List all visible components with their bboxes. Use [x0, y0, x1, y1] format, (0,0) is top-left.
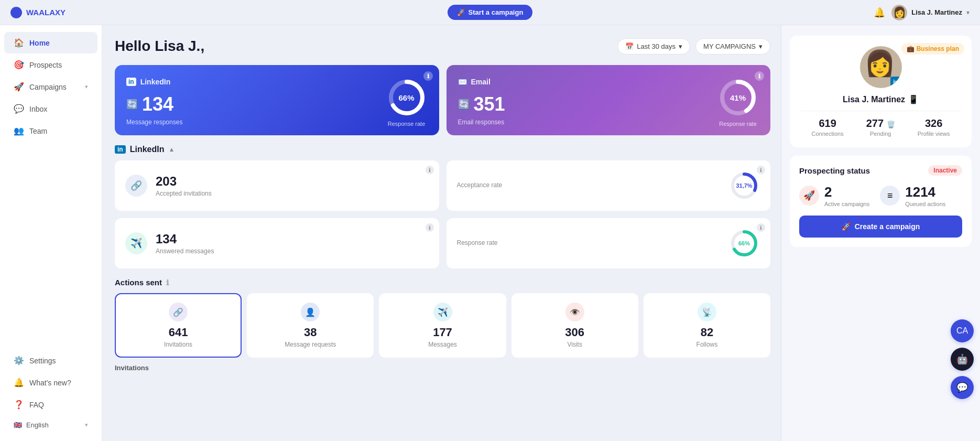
sidebar-label-inbox: Inbox [29, 105, 47, 113]
follows-number: 82 [652, 326, 762, 339]
sidebar-item-prospects[interactable]: 🎯 Prospects [4, 54, 97, 76]
email-donut-sub: Response rate [717, 121, 759, 127]
profile-name: Lisa J. Martinez 📱 [800, 94, 961, 104]
trash-icon: 🗑️ [887, 121, 895, 128]
email-donut-label: 41% [730, 93, 746, 102]
message-requests-action-card[interactable]: 👤 38 Message requests [247, 293, 374, 358]
actions-title: Actions sent [115, 278, 162, 287]
answered-msg-number: 134 [156, 232, 214, 246]
visits-label: Visits [520, 341, 630, 348]
active-campaigns-number: 2 [824, 184, 869, 200]
sidebar-item-whats-new[interactable]: 🔔 What's new? [4, 372, 97, 393]
float-chat-btn[interactable]: 💬 [951, 376, 974, 399]
linkedin-donut: 66% [386, 77, 428, 119]
profile-views-label: Profile views [918, 131, 950, 137]
chevron-down-icon: ▾ [679, 42, 682, 50]
linkedin-section-icon: in [115, 145, 126, 154]
layout: 🏠 Home 🎯 Prospects 🚀 Campaigns ▾ 💬 Inbox… [0, 25, 980, 441]
follows-action-card[interactable]: 📡 82 Follows [644, 293, 770, 358]
start-campaign-button[interactable]: 🚀 Start a campaign [448, 5, 533, 20]
app-logo[interactable]: WAALAXY [10, 7, 66, 18]
sidebar-label-campaigns: Campaigns [29, 83, 67, 91]
sidebar-nav-items: 🏠 Home 🎯 Prospects 🚀 Campaigns ▾ 💬 Inbox… [0, 31, 102, 142]
float-btn-1[interactable]: CA [951, 319, 974, 342]
sidebar-label-home: Home [29, 39, 50, 47]
connections-number: 619 [812, 117, 844, 130]
response-rate-card: ℹ Response rate 66% [447, 218, 771, 268]
whats-new-icon: 🔔 [14, 378, 24, 388]
profile-views-number: 326 [918, 117, 950, 130]
email-card-left: ✉️ Email 🔄 351 Email responses [458, 78, 505, 126]
sidebar-item-faq[interactable]: ❓ FAQ [4, 394, 97, 415]
queued-actions-stat: ≡ 1214 Queued actions [880, 184, 945, 207]
linkedin-stat-number: 🔄 134 [126, 93, 182, 115]
sidebar: 🏠 Home 🎯 Prospects 🚀 Campaigns ▾ 💬 Inbox… [0, 25, 102, 441]
sidebar-item-home[interactable]: 🏠 Home [4, 32, 97, 53]
actions-header: Actions sent ℹ [115, 278, 770, 287]
chevron-up-icon[interactable]: ▲ [168, 146, 175, 153]
header-filters: 📅 Last 30 days ▾ MY CAMPAIGNS ▾ [617, 38, 770, 55]
profile-avatar: in [860, 46, 902, 88]
sidebar-item-settings[interactable]: ⚙️ Settings [4, 350, 97, 371]
sidebar-item-campaigns[interactable]: 🚀 Campaigns ▾ [4, 76, 97, 98]
username: Lisa J. Martinez [911, 8, 962, 16]
sidebar-label-team: Team [29, 127, 47, 135]
link-icon: 🔗 [125, 175, 147, 197]
linkedin-badge: in [890, 77, 902, 88]
messages-action-card[interactable]: ✈️ 177 Messages [379, 293, 506, 358]
eye-icon: 👁️ [565, 303, 584, 321]
pending-label: Pending [866, 131, 895, 137]
notification-icon[interactable]: 🔔 [874, 7, 885, 18]
profile-stats: 619 Connections 277 🗑️ Pending 326 Profi… [800, 111, 961, 137]
faq-icon: ❓ [14, 400, 24, 410]
visits-action-card[interactable]: 👁️ 306 Visits [511, 293, 638, 358]
business-plan-badge[interactable]: 💼 Business plan [901, 43, 964, 55]
accepted-inv-label: Accepted invitations [156, 190, 212, 197]
logo-text: WAALAXY [26, 8, 66, 17]
phone-icon: 📱 [908, 94, 919, 104]
queued-actions-data: 1214 Queued actions [905, 184, 945, 207]
linkedin-donut-label: 66% [398, 93, 414, 102]
invitations-action-card[interactable]: 🔗 641 Invitations [115, 293, 242, 358]
prospecting-title: Prospecting status [799, 166, 870, 175]
email-donut: 41% [717, 77, 759, 119]
language-selector[interactable]: 🇬🇧 English ▾ [4, 416, 97, 434]
info-icon[interactable]: ℹ [166, 278, 169, 287]
active-campaigns-data: 2 Active campaigns [824, 184, 869, 207]
accepted-inv-number: 203 [156, 174, 212, 189]
answered-msg-label: Answered messages [156, 248, 214, 255]
sidebar-label-whats-new: What's new? [29, 379, 71, 387]
pending-stat: 277 🗑️ Pending [866, 117, 895, 137]
date-filter[interactable]: 📅 Last 30 days ▾ [617, 38, 690, 55]
follows-label: Follows [652, 341, 762, 348]
message-requests-label: Message requests [255, 341, 365, 348]
create-campaign-button[interactable]: 🚀 Create a campaign [799, 216, 962, 238]
connections-stat: 619 Connections [812, 117, 844, 137]
linkedin-label: in LinkedIn [126, 78, 182, 86]
actions-section: Actions sent ℹ 🔗 641 Invitations 👤 38 Me… [115, 278, 770, 372]
invitations-section-label: Invitations [115, 364, 770, 372]
user-menu[interactable]: Lisa J. Martinez ▾ [891, 5, 970, 20]
rocket-icon: 🚀 [842, 222, 851, 231]
queued-actions-number: 1214 [905, 184, 945, 200]
prospects-icon: 🎯 [14, 60, 24, 70]
email-card-right: 41% Response rate [717, 77, 759, 127]
campaigns-filter[interactable]: MY CAMPAIGNS ▾ [695, 38, 770, 55]
info-icon[interactable]: ℹ [426, 166, 434, 174]
linkedin-section-header: in LinkedIn ▲ [115, 145, 770, 154]
float-btn-2[interactable]: 🤖 [951, 348, 974, 371]
info-icon[interactable]: ℹ [426, 223, 434, 232]
active-campaigns-label: Active campaigns [824, 201, 869, 207]
sidebar-item-team[interactable]: 👥 Team [4, 120, 97, 142]
sidebar-item-inbox[interactable]: 💬 Inbox [4, 98, 97, 120]
response-rate-data: Response rate [457, 238, 498, 249]
chevron-down-icon: ▾ [85, 83, 88, 90]
email-icon: ✉️ [458, 78, 467, 86]
plane-icon: ✈️ [433, 303, 452, 321]
email-stat-card: ℹ ✉️ Email 🔄 351 Email responses [447, 65, 771, 135]
logo-icon [10, 7, 22, 18]
prospecting-header: Prospecting status Inactive [799, 165, 962, 176]
message-requests-number: 38 [255, 326, 365, 339]
team-icon: 👥 [14, 126, 24, 136]
email-stat-number: 🔄 351 [458, 93, 505, 115]
